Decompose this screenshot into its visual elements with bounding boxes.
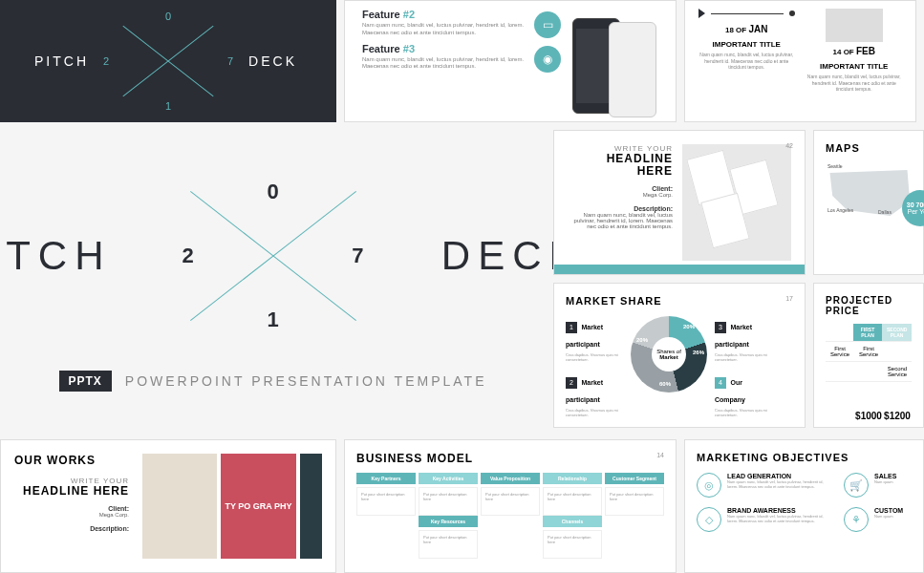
headline-image-grid	[682, 144, 791, 261]
people-icon: ⚘	[844, 507, 869, 532]
pptx-badge: PPTX	[59, 371, 112, 392]
features-card: ▭ Feature #2 Nam quam nunc, blandit vel,…	[344, 0, 677, 122]
work-image-poster: TY PO GRA PHY	[221, 454, 295, 559]
headline-card: WRITE YOUR HEADLINE HERE Client:Mega Cor…	[553, 130, 806, 275]
work-image	[300, 454, 322, 559]
marketing-objectives-card: MARKETING OBJECTIVES ◎LEAD GENERATIONNam…	[684, 439, 924, 573]
logo-pitch: PITCH	[34, 53, 89, 69]
hero-dark-card: PITCH DECK 0 2 7 1	[0, 0, 336, 122]
our-works-card: OUR WORKS WRITE YOUR HEADLINE HERE Clien…	[0, 439, 336, 573]
maps-card: MAPS Seattle Los Angeles Dallas 30 700 K…	[813, 130, 924, 275]
donut-chart: Shares ofMarket 20% 26% 60% 20%	[631, 316, 707, 393]
market-share-card: MARKET SHARE 17 1 Market participantCras…	[553, 283, 806, 428]
hero-light-card: PITCH DECK 0 2 7 1 PPTX POWERPOINT PRESE…	[0, 130, 546, 432]
business-model-card: BUSINESS MODEL 14 Key PartnersPut your s…	[344, 439, 677, 573]
timeline-image	[826, 9, 883, 42]
target-icon: ◎	[697, 473, 721, 498]
projected-price-card: PROJECTED PRICE FIRST PLANSECOND PLAN Fi…	[813, 283, 924, 428]
diamond-icon: ◇	[697, 507, 721, 532]
work-image-stamp	[142, 454, 217, 559]
timeline-card: 18 OF JAN IMPORTANT TITLE Nam quam nunc,…	[684, 0, 916, 122]
logo-deck: DECK	[248, 53, 297, 69]
arrow-right-icon	[698, 9, 705, 18]
pitch-deck-logo: PITCH DECK 0 2 7 1	[82, 18, 254, 104]
camera-icon: ◉	[534, 46, 561, 73]
cart-icon: 🛒	[844, 473, 869, 498]
phone-mockups	[572, 9, 658, 114]
credit-card-icon: ▭	[534, 11, 561, 38]
pitch-deck-logo-large: PITCH DECK 0 2 7 1	[82, 170, 464, 342]
hero-subtitle: POWERPOINT PRESENTATION TEMPLATE	[125, 373, 487, 389]
